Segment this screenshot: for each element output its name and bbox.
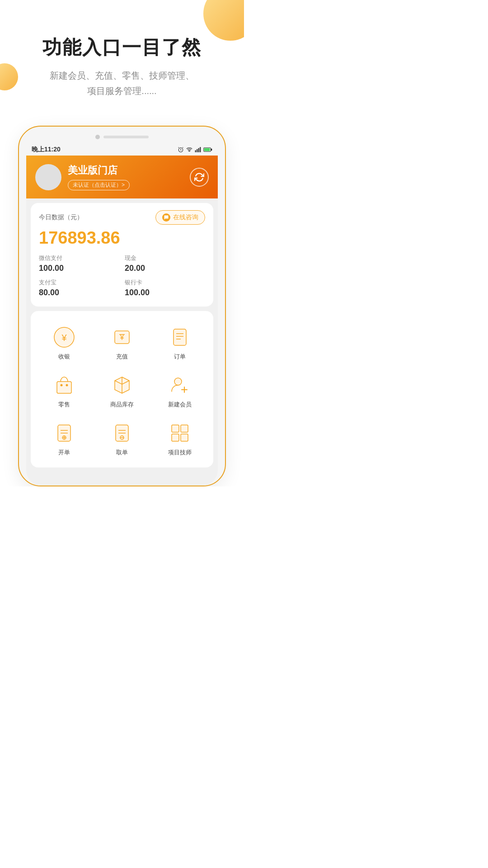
payment-bank-label: 银行卡 [125, 278, 205, 287]
payment-alipay-label: 支付宝 [39, 278, 119, 287]
data-card: 今日数据（元） 在线咨询 176893.86 微信支付 100.00 现金 20… [31, 203, 213, 307]
recharge-icon-wrap: ¥ [110, 326, 134, 349]
payment-bank: 银行卡 100.00 [125, 278, 205, 297]
payment-alipay-value: 80.00 [39, 288, 119, 297]
recharge-icon: ¥ [111, 326, 133, 348]
status-bar: 晚上11:20 [26, 144, 218, 156]
svg-rect-2 [197, 149, 197, 152]
svg-rect-4 [200, 147, 201, 153]
payment-wechat: 微信支付 100.00 [39, 254, 119, 273]
data-card-top: 今日数据（元） 在线咨询 [39, 210, 205, 225]
svg-rect-36 [172, 434, 179, 441]
chat-icon [162, 213, 170, 222]
svg-rect-35 [181, 425, 188, 432]
payment-cash: 现金 20.00 [125, 254, 205, 273]
svg-point-19 [66, 384, 68, 387]
data-label: 今日数据（元） [39, 213, 83, 222]
func-open-order[interactable]: 开单 [35, 415, 93, 463]
technician-icon-wrap [168, 421, 192, 445]
svg-point-18 [61, 384, 63, 387]
svg-point-20 [174, 378, 182, 385]
function-card: ¥ 收银 ¥ 充值 [31, 311, 213, 467]
svg-rect-3 [198, 148, 199, 152]
order-label: 订单 [174, 353, 186, 361]
svg-rect-6 [211, 149, 212, 151]
wifi-icon [186, 146, 192, 153]
hero-title: 功能入口一目了然 [18, 36, 226, 59]
alarm-icon [178, 146, 184, 153]
cancel-order-icon-wrap [110, 421, 134, 445]
technician-label: 项目技师 [168, 448, 192, 457]
func-inventory[interactable]: 商品库存 [93, 367, 151, 415]
header-left: 美业版门店 未认证（点击认证）> [35, 164, 130, 190]
open-order-icon-wrap [52, 421, 76, 445]
cashier-label: 收银 [58, 353, 70, 361]
order-icon [169, 326, 191, 348]
func-technician[interactable]: 项目技师 [151, 415, 209, 463]
status-icons [178, 146, 212, 153]
recharge-label: 充值 [116, 353, 128, 361]
battery-icon [203, 147, 212, 152]
payment-alipay: 支付宝 80.00 [39, 278, 119, 297]
func-new-member[interactable]: 新建会员 [151, 367, 209, 415]
hero-subtitle: 新建会员、充值、零售、技师管理、 项目服务管理...... [18, 68, 226, 99]
retail-icon-wrap [52, 373, 76, 397]
phone-mockup: 晚上11:20 美业版门店 未认证（点击认证）> [18, 126, 226, 486]
payment-cash-value: 20.00 [125, 264, 205, 273]
open-order-label: 开单 [58, 448, 70, 457]
func-order[interactable]: 订单 [151, 319, 209, 367]
phone-notch [26, 135, 218, 139]
phone-content: 美业版门店 未认证（点击认证）> 今日数据（元） 在 [26, 156, 218, 486]
retail-icon [53, 374, 75, 396]
payment-wechat-value: 100.00 [39, 264, 119, 273]
func-cancel-order[interactable]: 取单 [93, 415, 151, 463]
payment-cash-label: 现金 [125, 254, 205, 262]
refresh-icon [194, 172, 204, 182]
func-retail[interactable]: 零售 [35, 367, 93, 415]
payment-grid: 微信支付 100.00 现金 20.00 支付宝 80.00 银行卡 100.0… [39, 254, 205, 297]
svg-rect-34 [172, 425, 179, 432]
consult-button[interactable]: 在线咨询 [155, 210, 205, 225]
signal-icon [195, 146, 201, 153]
svg-rect-1 [195, 151, 196, 153]
refresh-button[interactable] [190, 168, 209, 187]
svg-rect-7 [204, 148, 210, 151]
svg-rect-37 [181, 434, 188, 441]
cashier-icon: ¥ [53, 326, 75, 348]
shop-name: 美业版门店 [68, 164, 130, 177]
cashier-icon-wrap: ¥ [52, 326, 76, 349]
notch-bar [103, 136, 149, 138]
inventory-label: 商品库存 [110, 401, 134, 409]
cert-badge[interactable]: 未认证（点击认证）> [68, 180, 130, 190]
cancel-order-label: 取单 [116, 448, 128, 457]
retail-label: 零售 [58, 401, 70, 409]
status-time: 晚上11:20 [32, 146, 61, 154]
today-amount: 176893.86 [39, 228, 205, 248]
func-cashier[interactable]: ¥ 收银 [35, 319, 93, 367]
svg-text:¥: ¥ [61, 333, 67, 343]
technician-icon [169, 422, 191, 444]
func-recharge[interactable]: ¥ 充值 [93, 319, 151, 367]
svg-rect-17 [57, 382, 71, 393]
cancel-order-icon [111, 422, 133, 444]
consult-label: 在线咨询 [173, 213, 198, 222]
new-member-icon-wrap [168, 373, 192, 397]
app-header: 美业版门店 未认证（点击认证）> [26, 156, 218, 198]
shop-info: 美业版门店 未认证（点击认证）> [68, 164, 130, 190]
open-order-icon [53, 422, 75, 444]
function-grid: ¥ 收银 ¥ 充值 [35, 319, 209, 463]
payment-wechat-label: 微信支付 [39, 254, 119, 262]
new-member-icon [169, 374, 191, 396]
bottom-fade [26, 472, 218, 486]
new-member-label: 新建会员 [168, 401, 192, 409]
payment-bank-value: 100.00 [125, 288, 205, 297]
avatar [35, 164, 61, 190]
svg-rect-13 [174, 329, 186, 345]
inventory-icon-wrap [110, 373, 134, 397]
inventory-icon [111, 374, 133, 396]
notch-dot [95, 135, 100, 139]
order-icon-wrap [168, 326, 192, 349]
